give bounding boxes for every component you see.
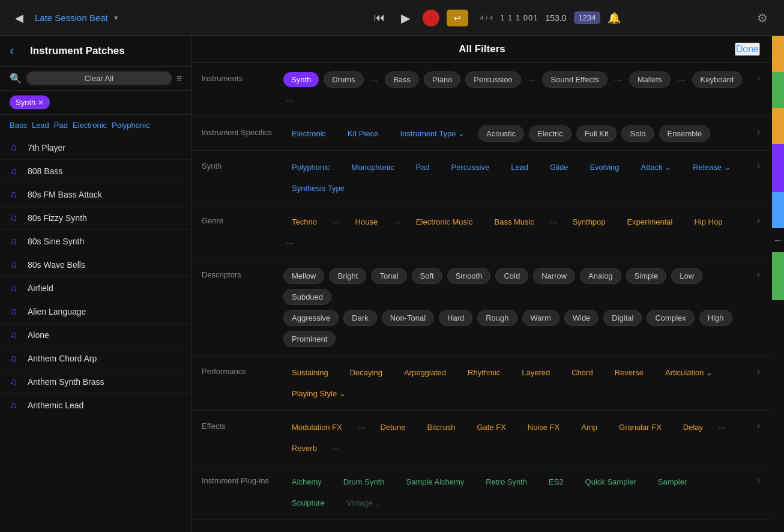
more-dots-2[interactable]: ··· <box>526 72 538 88</box>
filter-tag-granular-fx[interactable]: Granular FX <box>611 419 670 435</box>
filter-tag-pad[interactable]: Pad <box>407 159 438 175</box>
filter-tag-acoustic[interactable]: Acoustic <box>478 125 524 142</box>
filter-tag-alchemy[interactable]: Alchemy <box>283 474 330 490</box>
filter-tag-mellow[interactable]: Mellow <box>283 268 324 284</box>
filter-tag-drums[interactable]: Drums <box>324 71 363 88</box>
filter-tag-bass-music[interactable]: Bass Music <box>486 214 542 230</box>
more-dots-5[interactable]: ··· <box>283 92 295 108</box>
synth-chip-close[interactable]: ✕ <box>38 98 44 107</box>
effects-chevron[interactable]: › <box>755 419 762 432</box>
filter-tag-ensemble[interactable]: Ensemble <box>659 125 711 142</box>
filter-tag-bitcrush[interactable]: Bitcrush <box>418 419 463 435</box>
filter-tag-rhythmic[interactable]: Rhythmic <box>459 364 508 381</box>
filter-tag-reverb[interactable]: Reverb <box>283 440 325 456</box>
filter-tag-percussion[interactable]: Percussion <box>465 71 520 88</box>
descriptors-chevron[interactable]: › <box>755 268 762 281</box>
filters-done-button[interactable]: Done <box>735 43 760 56</box>
filter-tag-electric[interactable]: Electric <box>529 125 571 142</box>
filter-tag-sculpture[interactable]: Sculpture <box>283 495 333 511</box>
tag-lead[interactable]: Lead <box>32 119 49 131</box>
filter-tag-evolving[interactable]: Evolving <box>581 159 627 175</box>
tag-polyphonic[interactable]: Polyphonic <box>112 119 150 131</box>
list-item[interactable]: ♫ Anthemic Lead <box>0 394 191 417</box>
filter-tag-decaying[interactable]: Decaying <box>342 364 391 381</box>
genre-dots-3[interactable]: ··· <box>547 214 559 230</box>
filter-tag-monophonic[interactable]: Monophonic <box>343 159 403 175</box>
filter-tag-rough[interactable]: Rough <box>477 310 517 326</box>
filter-tag-sampler[interactable]: Sampler <box>650 474 695 490</box>
play-btn[interactable]: ▶ <box>396 8 415 28</box>
filter-tag-detune[interactable]: Detune <box>372 419 414 435</box>
filter-tag-playing-style[interactable]: Playing Style ⌄ <box>283 385 354 402</box>
sidebar-back-btn[interactable]: ‹ <box>10 43 24 59</box>
sound-packs-chevron[interactable]: › <box>755 528 762 532</box>
filter-tag-instrument-type[interactable]: Instrument Type ⌄ <box>391 125 473 142</box>
genre-dots-1[interactable]: ··· <box>330 214 342 230</box>
filter-tag-piano[interactable]: Piano <box>424 71 460 88</box>
filter-tag-electronic-music[interactable]: Electronic Music <box>408 214 481 230</box>
filter-tag-flex-and-flow[interactable]: Flex and Flow <box>557 528 623 532</box>
tag-bass[interactable]: Bass <box>10 119 27 131</box>
filter-tag-reverse[interactable]: Reverse <box>606 364 652 381</box>
filter-icon[interactable]: ≡ <box>176 73 182 84</box>
filter-tag-solo[interactable]: Solo <box>621 125 654 142</box>
filter-tag-non-tonal[interactable]: Non-Tonal <box>382 310 434 326</box>
list-item[interactable]: ♫ 80s FM Bass Attack <box>0 183 191 207</box>
filter-tag-hard[interactable]: Hard <box>439 310 472 326</box>
filter-tag-kit-piece[interactable]: Kit Piece <box>339 125 387 142</box>
filter-tag-mallets[interactable]: Mallets <box>629 71 671 88</box>
filter-tag-polyphonic[interactable]: Polyphonic <box>283 159 339 175</box>
back-to-project-btn[interactable]: ◀ <box>10 8 29 28</box>
list-item[interactable]: ♫ Airfield <box>0 277 191 300</box>
filter-tag-attack[interactable]: Attack ⌄ <box>633 159 680 175</box>
genre-chevron[interactable]: › <box>755 214 762 227</box>
filter-tag-soft[interactable]: Soft <box>412 268 442 284</box>
filter-tag-cold[interactable]: Cold <box>495 268 528 284</box>
more-dots-3[interactable]: ··· <box>612 72 624 88</box>
filter-tag-synthpop[interactable]: Synthpop <box>564 214 614 230</box>
filter-tag-tonal[interactable]: Tonal <box>371 268 406 284</box>
count-in-btn[interactable]: 1234 <box>574 11 601 24</box>
filter-tag-glide[interactable]: Glide <box>541 159 576 175</box>
filter-tag-house[interactable]: House <box>347 214 387 230</box>
filter-tag-synthesis-type[interactable]: Synthesis Type <box>283 180 353 196</box>
effects-dots-1[interactable]: ··· <box>355 420 367 435</box>
filter-tag-bass[interactable]: Bass <box>385 71 419 88</box>
metronome-btn[interactable]: 🔔 <box>608 11 621 25</box>
instruments-chevron[interactable]: › <box>755 71 762 85</box>
filter-tag-amp[interactable]: Amp <box>573 419 606 435</box>
filter-tag-warm[interactable]: Warm <box>522 310 559 326</box>
list-item[interactable]: ♫ 80s Wave Bells <box>0 253 191 277</box>
list-item[interactable]: ♫ Alien Language <box>0 300 191 324</box>
clear-all-button[interactable]: Clear All <box>26 71 172 85</box>
filter-tag-full-kit[interactable]: Full Kit <box>576 125 617 142</box>
filter-tag-sound-effects[interactable]: Sound Effects <box>542 71 608 88</box>
filter-tag-electronic-essentials[interactable]: Electronic Essentials <box>283 528 372 532</box>
skip-back-btn[interactable]: ⏮ <box>370 8 389 28</box>
filter-tag-smooth[interactable]: Smooth <box>447 268 491 284</box>
filter-tag-techno[interactable]: Techno <box>283 214 325 230</box>
filter-tag-hip-hop-essentials[interactable]: Hip Hop Essentials <box>377 528 460 532</box>
more-dots-4[interactable]: ··· <box>675 72 687 88</box>
filter-tag-wide[interactable]: Wide <box>564 310 599 326</box>
filter-tag-experimental[interactable]: Experimental <box>619 214 681 230</box>
filter-tag-layered[interactable]: Layered <box>513 364 558 381</box>
filter-tag-aggressive[interactable]: Aggressive <box>283 310 339 326</box>
loop-btn[interactable]: ↩ <box>447 10 468 26</box>
filter-tag-step-sequencer-kits[interactable]: Step Sequencer Kits <box>465 528 553 532</box>
filter-tag-hip-hop[interactable]: Hip Hop <box>686 214 731 230</box>
filter-tag-delay[interactable]: Delay <box>675 419 711 435</box>
record-btn[interactable] <box>423 10 439 26</box>
genre-dots-2[interactable]: ··· <box>391 214 403 230</box>
filter-tag-complex[interactable]: Complex <box>647 310 694 326</box>
project-name[interactable]: Late Session Beat <box>35 13 108 23</box>
filter-tag-bright[interactable]: Bright <box>329 268 366 284</box>
filter-tag-simple[interactable]: Simple <box>626 268 667 284</box>
genre-dots-4[interactable]: ··· <box>283 235 295 250</box>
filter-tag-noise-fx[interactable]: Noise FX <box>519 419 568 435</box>
tag-electronic[interactable]: Electronic <box>73 119 107 131</box>
list-item[interactable]: ♫ 80s Sine Synth <box>0 230 191 253</box>
filter-tag-high[interactable]: High <box>699 310 732 326</box>
filter-tag-oblique-structures[interactable]: Oblique Structures <box>627 528 709 532</box>
instrument-specifics-chevron[interactable]: › <box>755 125 762 139</box>
